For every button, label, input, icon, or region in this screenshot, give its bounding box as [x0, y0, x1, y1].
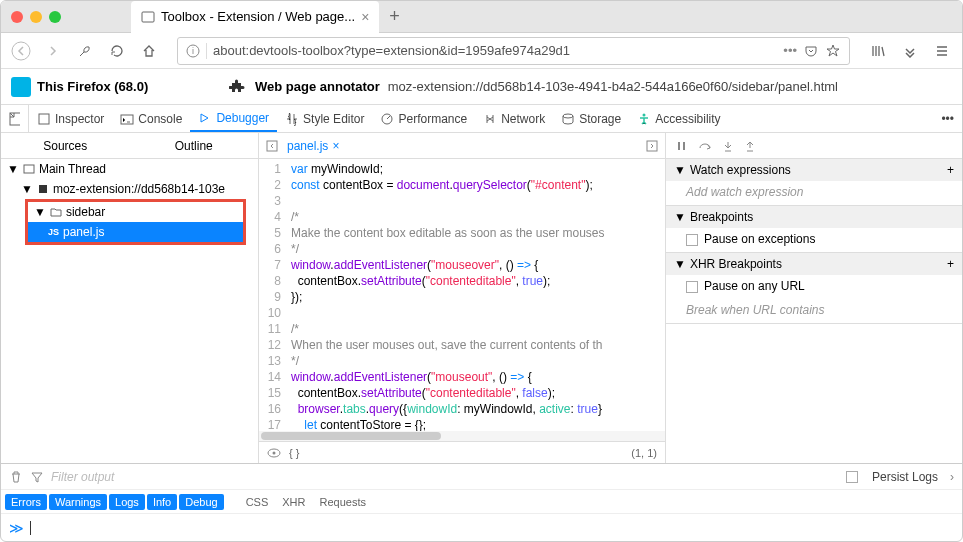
xhr-section-header[interactable]: ▼XHR Breakpoints+: [666, 253, 962, 275]
svg-text:i: i: [192, 46, 194, 56]
info-icon: i: [186, 44, 200, 58]
tab-close-button[interactable]: ×: [361, 9, 369, 25]
close-window-button[interactable]: [11, 11, 23, 23]
svg-point-9: [563, 114, 573, 118]
tab-inspector[interactable]: Inspector: [29, 105, 112, 132]
checkbox-unchecked[interactable]: [686, 234, 698, 246]
tree-folder[interactable]: ▼sidebar: [28, 202, 243, 222]
svg-rect-13: [267, 141, 277, 151]
svg-point-1: [12, 42, 30, 60]
horizontal-scrollbar[interactable]: [259, 431, 665, 441]
step-over-icon[interactable]: [698, 140, 712, 152]
xhr-url-placeholder[interactable]: Break when URL contains: [666, 299, 962, 323]
window-controls: [11, 11, 61, 23]
filter-warnings[interactable]: Warnings: [49, 494, 107, 510]
browser-tab[interactable]: Toolbox - Extension / Web page... ×: [131, 1, 379, 33]
next-tab-icon[interactable]: [645, 139, 659, 153]
back-button[interactable]: [9, 39, 33, 63]
more-tools-button[interactable]: •••: [933, 105, 962, 132]
filter-xhr[interactable]: XHR: [276, 494, 311, 510]
svg-rect-14: [647, 141, 657, 151]
tab-outline[interactable]: Outline: [130, 133, 259, 158]
checkbox-unchecked[interactable]: [686, 281, 698, 293]
forward-button[interactable]: [41, 39, 65, 63]
bookmark-star-icon[interactable]: [825, 43, 841, 59]
tree-thread[interactable]: ▼Main Thread: [1, 159, 258, 179]
new-tab-button[interactable]: +: [389, 6, 400, 27]
tab-style-editor[interactable]: {}Style Editor: [277, 105, 372, 132]
svg-rect-11: [24, 165, 34, 173]
filter-input[interactable]: Filter output: [51, 470, 838, 484]
firefox-debug-icon: [11, 77, 31, 97]
tree-extension[interactable]: ▼moz-extension://dd568b14-103e: [1, 179, 258, 199]
minimize-window-button[interactable]: [30, 11, 42, 23]
persist-logs-label: Persist Logs: [872, 470, 938, 484]
text-cursor: [30, 521, 31, 535]
tab-title: Toolbox - Extension / Web page...: [161, 9, 355, 24]
breakpoints-section-header[interactable]: ▼Breakpoints: [666, 206, 962, 228]
svg-rect-0: [142, 12, 154, 22]
tab-performance[interactable]: Performance: [372, 105, 475, 132]
pocket-icon[interactable]: [803, 43, 819, 59]
library-icon[interactable]: [866, 39, 890, 63]
code-tab-active[interactable]: panel.js×: [287, 139, 339, 153]
folder-icon: [50, 206, 62, 218]
tab-sources[interactable]: Sources: [1, 133, 130, 158]
overflow-icon[interactable]: [898, 39, 922, 63]
wrench-icon[interactable]: [73, 39, 97, 63]
extension-url: moz-extension://dd568b14-103e-4941-b4a2-…: [388, 79, 838, 94]
tab-network[interactable]: Network: [475, 105, 553, 132]
code-panel: panel.js× 123456789101112131415161718 va…: [259, 133, 666, 463]
tree-file-selected[interactable]: JSpanel.js: [28, 222, 243, 242]
extension-bar: This Firefox (68.0) Web page annotator m…: [1, 69, 962, 105]
filter-requests[interactable]: Requests: [314, 494, 372, 510]
tab-debugger[interactable]: Debugger: [190, 105, 277, 132]
home-button[interactable]: [137, 39, 161, 63]
filter-icon: [31, 471, 43, 483]
tab-accessibility[interactable]: Accessibility: [629, 105, 728, 132]
pause-any-url-row[interactable]: Pause on any URL: [666, 275, 962, 299]
tab-storage[interactable]: Storage: [553, 105, 629, 132]
console-category-bar: Errors Warnings Logs Info Debug CSS XHR …: [1, 489, 962, 513]
watch-section-header[interactable]: ▼Watch expressions+: [666, 159, 962, 181]
pause-exceptions-row[interactable]: Pause on exceptions: [666, 228, 962, 252]
sources-panel: Sources Outline ▼Main Thread ▼moz-extens…: [1, 133, 259, 463]
watch-placeholder[interactable]: Add watch expression: [666, 181, 962, 205]
devtools-toolbar: Inspector Console Debugger {}Style Edito…: [1, 105, 962, 133]
svg-text:{: {: [288, 112, 291, 120]
hamburger-menu-icon[interactable]: [930, 39, 954, 63]
tab-console[interactable]: Console: [112, 105, 190, 132]
step-out-icon[interactable]: [744, 140, 756, 152]
console-prompt[interactable]: ≫: [1, 513, 962, 541]
svg-rect-5: [39, 114, 49, 124]
close-icon[interactable]: ×: [332, 139, 339, 153]
svg-rect-12: [39, 185, 47, 193]
maximize-window-button[interactable]: [49, 11, 61, 23]
thread-icon: [23, 163, 35, 175]
expand-icon[interactable]: ›: [950, 470, 954, 484]
filter-errors[interactable]: Errors: [5, 494, 47, 510]
filter-debug[interactable]: Debug: [179, 494, 223, 510]
step-in-icon[interactable]: [722, 140, 734, 152]
cursor-position: (1, 1): [631, 447, 657, 459]
trash-icon[interactable]: [9, 470, 23, 484]
browser-navbar: i about:devtools-toolbox?type=extension&…: [1, 33, 962, 69]
persist-logs-checkbox[interactable]: [846, 471, 858, 483]
filter-css[interactable]: CSS: [240, 494, 275, 510]
dock-button[interactable]: [1, 105, 29, 132]
url-bar[interactable]: i about:devtools-toolbox?type=extension&…: [177, 37, 850, 65]
pause-icon[interactable]: [676, 140, 688, 152]
line-gutter: 123456789101112131415161718: [259, 159, 287, 431]
filter-info[interactable]: Info: [147, 494, 177, 510]
page-actions-icon[interactable]: •••: [783, 43, 797, 58]
svg-point-10: [643, 113, 646, 116]
pretty-print-icon[interactable]: { }: [289, 447, 299, 459]
svg-point-16: [273, 451, 276, 454]
svg-rect-6: [121, 115, 133, 124]
code-text[interactable]: var myWindowId; const contentBox = docum…: [287, 159, 665, 431]
watch-eye-icon[interactable]: [267, 448, 281, 458]
reload-button[interactable]: [105, 39, 129, 63]
filter-logs[interactable]: Logs: [109, 494, 145, 510]
prev-tab-icon[interactable]: [265, 139, 279, 153]
code-body[interactable]: 123456789101112131415161718 var myWindow…: [259, 159, 665, 431]
